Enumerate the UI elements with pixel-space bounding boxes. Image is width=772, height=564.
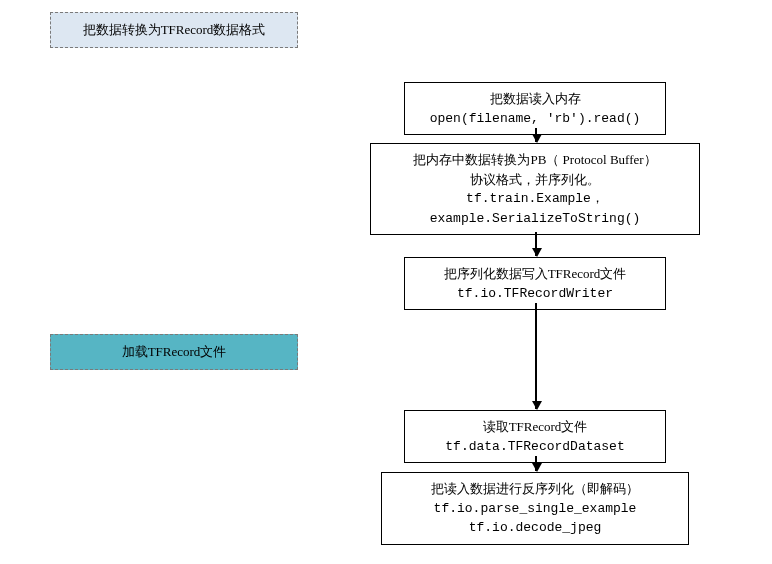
step2-code2: example.SerializeToString() <box>379 209 691 229</box>
step5-code1: tf.io.parse_single_example <box>390 499 680 519</box>
arrow-2-3 <box>535 232 537 256</box>
step1-code: open(filename, 'rb').read() <box>413 109 657 129</box>
header-convert: 把数据转换为TFRecord数据格式 <box>50 12 298 48</box>
step1-title: 把数据读入内存 <box>413 89 657 109</box>
header-load: 加载TFRecord文件 <box>50 334 298 370</box>
step2-code1: tf.train.Example， <box>379 189 691 209</box>
step3-code: tf.io.TFRecordWriter <box>413 284 657 304</box>
header-convert-label: 把数据转换为TFRecord数据格式 <box>83 22 266 37</box>
step-serialize-pb: 把内存中数据转换为PB（ Protocol Buffer） 协议格式，并序列化。… <box>370 143 700 235</box>
diagram-canvas: 把数据转换为TFRecord数据格式 加载TFRecord文件 把数据读入内存 … <box>0 0 772 564</box>
arrow-4-5 <box>535 456 537 471</box>
arrow-1-2 <box>535 128 537 142</box>
step4-title: 读取TFRecord文件 <box>413 417 657 437</box>
step4-code: tf.data.TFRecordDataset <box>413 437 657 457</box>
step3-title: 把序列化数据写入TFRecord文件 <box>413 264 657 284</box>
step5-code2: tf.io.decode_jpeg <box>390 518 680 538</box>
step2-title1: 把内存中数据转换为PB（ Protocol Buffer） <box>379 150 691 170</box>
step-deserialize: 把读入数据进行反序列化（即解码） tf.io.parse_single_exam… <box>381 472 689 545</box>
step2-title2: 协议格式，并序列化。 <box>379 170 691 190</box>
arrow-3-4 <box>535 303 537 409</box>
header-load-label: 加载TFRecord文件 <box>122 344 227 359</box>
step5-title: 把读入数据进行反序列化（即解码） <box>390 479 680 499</box>
